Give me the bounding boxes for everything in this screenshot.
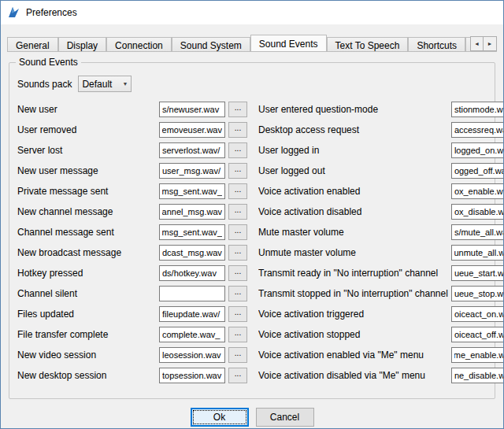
sound-file-input-voice-activation-disabled[interactable] [451,204,504,220]
sound-event-label-new-broadcast-message: New broadcast message [17,247,159,258]
sound-event-row: User removed... [17,122,247,138]
sound-file-input-voice-activation-stopped[interactable] [451,327,504,342]
browse-button-new-desktop-session[interactable]: ... [228,368,247,383]
sound-file-input-user-removed[interactable] [159,122,225,138]
sound-event-label-new-user-message: New user message [17,165,159,176]
sound-event-label-unmute-master-volume: Unmute master volume [258,247,451,258]
sound-file-input-new-desktop-session[interactable] [159,368,225,383]
browse-button-new-user[interactable]: ... [228,102,247,117]
sound-file-input-file-transfer-complete[interactable] [159,327,225,342]
sound-file-input-transmit-stopped-in-no-interruption-channel[interactable] [451,286,504,301]
sound-file-input-channel-message-sent[interactable] [159,224,225,240]
sound-file-input-mute-master-volume[interactable] [451,224,504,240]
sound-file-input-user-logged-out[interactable] [451,163,504,179]
tab-scroll-left-button[interactable]: ◄ [470,36,484,51]
tab-scroll-right-button[interactable]: ► [484,36,497,51]
sound-file-input-voice-activation-triggered[interactable] [451,306,504,322]
sound-event-row: Mute master volume... [258,224,504,240]
sound-event-label-new-video-session: New video session [17,349,159,361]
sound-file-input-new-video-session[interactable] [159,347,225,363]
sound-file-input-voice-activation-enabled-via-me-menu[interactable] [451,347,504,363]
sound-events-column-right: User entered question-mode...Desktop acc… [258,102,504,388]
sound-event-row: Server lost... [17,142,247,158]
sound-file-input-files-updated[interactable] [159,306,225,322]
sound-events-page: Sound Events Sounds pack Default ▼ New u… [1,52,503,427]
tab-sound-events[interactable]: Sound Events [250,35,327,52]
sound-file-input-transmit-ready-in-no-interruption-channel[interactable] [451,265,504,281]
sound-file-input-voice-activation-enabled[interactable] [451,183,504,199]
sound-event-row: Voice activation triggered... [258,306,504,322]
sound-event-row: Voice activation disabled via "Me" menu.… [258,368,504,383]
sound-event-label-user-logged-in: User logged in [258,145,451,156]
sound-file-input-hotkey-pressed[interactable] [159,265,225,281]
browse-button-private-message-sent[interactable]: ... [228,183,247,199]
sound-file-input-unmute-master-volume[interactable] [451,245,504,261]
ok-button[interactable]: Ok [191,408,249,427]
sound-event-label-file-transfer-complete: File transfer complete [17,329,159,340]
sound-file-input-server-lost[interactable] [159,142,225,158]
sound-event-label-user-removed: User removed [17,124,159,135]
sound-event-label-voice-activation-stopped: Voice activation stopped [258,329,451,340]
sound-file-input-user-entered-question-mode[interactable] [451,102,504,117]
sound-event-label-private-message-sent: Private message sent [17,186,159,197]
sound-file-input-new-user[interactable] [159,102,225,117]
sound-file-input-voice-activation-disabled-via-me-menu[interactable] [451,368,504,383]
browse-button-new-user-message[interactable]: ... [228,163,247,179]
app-icon [7,6,20,19]
sound-file-input-private-message-sent[interactable] [159,183,225,199]
sound-file-input-desktop-access-request[interactable] [451,122,504,138]
tab-sound-system[interactable]: Sound System [172,37,250,52]
titlebar: Preferences [1,1,503,24]
sound-event-label-voice-activation-enabled-via-me-menu: Voice activation enabled via "Me" menu [258,349,451,361]
tab-general[interactable]: General [7,37,58,52]
browse-button-new-video-session[interactable]: ... [228,347,247,363]
sounds-pack-select[interactable]: Default ▼ [78,76,132,92]
browse-button-hotkey-pressed[interactable]: ... [228,265,247,281]
browse-button-user-removed[interactable]: ... [228,122,247,138]
browse-button-files-updated[interactable]: ... [228,306,247,322]
sound-file-input-new-user-message[interactable] [159,163,225,179]
browse-button-server-lost[interactable]: ... [228,142,247,158]
tab-shortcuts[interactable]: Shortcuts [408,37,465,52]
sound-event-label-channel-silent: Channel silent [17,288,159,299]
browse-button-channel-silent[interactable]: ... [228,286,247,301]
sound-event-label-user-logged-out: User logged out [258,165,451,176]
sound-event-row: Hotkey pressed... [17,265,247,281]
sound-event-label-new-desktop-session: New desktop session [17,370,159,381]
sound-event-row: Channel message sent... [17,224,247,240]
sound-file-input-new-broadcast-message[interactable] [159,245,225,261]
sound-event-row: Desktop access request... [258,122,504,138]
sound-event-row: Channel silent... [17,286,247,301]
sound-event-columns: New user...User removed...Server lost...… [17,102,487,388]
browse-button-new-broadcast-message[interactable]: ... [228,245,247,261]
browse-button-file-transfer-complete[interactable]: ... [228,327,247,342]
preferences-window: Preferences GeneralDisplayConnectionSoun… [0,0,504,429]
sound-event-row: New broadcast message... [17,245,247,261]
tab-scroll-spinner: ◄ ► [470,36,497,51]
sound-event-label-voice-activation-enabled: Voice activation enabled [258,186,451,197]
sound-file-input-user-logged-in[interactable] [451,142,504,158]
sounds-pack-value: Default [82,79,122,90]
tab-display[interactable]: Display [58,37,106,52]
sound-event-row: New user... [17,102,247,117]
tab-text-to-speech[interactable]: Text To Speech [327,37,409,52]
cancel-button[interactable]: Cancel [256,408,314,427]
sound-file-input-channel-silent[interactable] [159,286,225,301]
sound-event-label-new-user: New user [17,104,159,115]
sound-file-input-new-channel-message[interactable] [159,204,225,220]
sound-event-row: Unmute master volume... [258,245,504,261]
browse-button-channel-message-sent[interactable]: ... [228,224,247,240]
sound-event-row: Voice activation disabled... [258,204,504,220]
sound-event-row: Voice activation stopped... [258,327,504,342]
window-title: Preferences [26,7,77,18]
sound-event-row: New channel message... [17,204,247,220]
dialog-footer: Ok Cancel [9,408,495,427]
sound-event-row: User logged in... [258,142,504,158]
sound-event-row: New user message... [17,163,247,179]
sounds-pack-row: Sounds pack Default ▼ [17,76,487,92]
browse-button-new-channel-message[interactable]: ... [228,204,247,220]
sound-event-label-mute-master-volume: Mute master volume [258,227,451,238]
sound-event-label-voice-activation-disabled-via-me-menu: Voice activation disabled via "Me" menu [258,370,451,381]
sound-event-label-channel-message-sent: Channel message sent [17,227,159,238]
tab-connection[interactable]: Connection [106,37,172,52]
